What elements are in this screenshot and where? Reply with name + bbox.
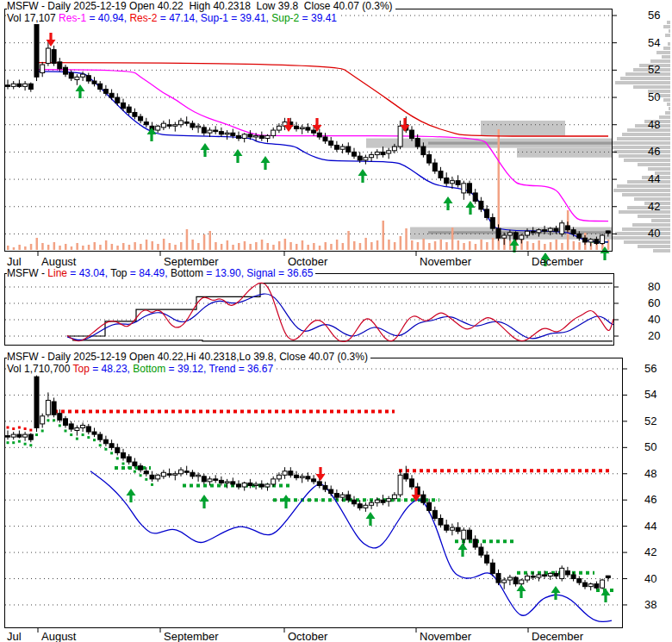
candle (526, 231, 530, 235)
volume-bar (65, 244, 67, 250)
candle (439, 171, 443, 178)
candle (254, 135, 258, 137)
low-marker-dot (87, 436, 90, 439)
candle-lower (237, 484, 241, 487)
candle-lower (150, 475, 154, 479)
volume-bar (13, 247, 16, 250)
top-step-line (67, 284, 613, 336)
charts-canvas[interactable] (0, 0, 672, 642)
candle (468, 184, 472, 193)
volume-profile-bar (615, 81, 670, 84)
title-segment: Top (110, 267, 127, 279)
volume-bar (607, 240, 610, 250)
volume-bar (146, 240, 148, 250)
volume-profile-bar (651, 219, 670, 222)
candle (306, 128, 310, 130)
volume-bar (169, 243, 171, 250)
candle-lower (69, 424, 73, 429)
candle (23, 84, 28, 86)
volume-bar (469, 241, 471, 250)
candle (531, 231, 535, 233)
candle (300, 128, 304, 129)
candle (133, 112, 137, 116)
volume-profile-bar (614, 150, 670, 153)
volume-profile-bar (667, 103, 670, 106)
candle (502, 235, 507, 238)
candle (259, 135, 264, 138)
month-label: October (288, 255, 327, 268)
low-marker-dot (59, 424, 61, 427)
candle (410, 130, 414, 139)
candle-lower (317, 482, 321, 486)
candle-lower (387, 499, 391, 502)
title-segment: Res-1 (59, 12, 86, 24)
candle-lower (242, 483, 246, 487)
volume-bar (307, 245, 309, 250)
buy-arrow-icon (551, 586, 561, 600)
candle-lower (370, 502, 374, 505)
volume-bar (41, 243, 44, 250)
y-axis-label: 80 (648, 280, 660, 293)
volume-profile-bar (615, 232, 670, 235)
high-marker-dot (18, 427, 21, 429)
candle (190, 123, 195, 128)
y-axis-label: 42 (644, 545, 656, 558)
candle (58, 62, 62, 69)
sell-arrow-icon (316, 467, 326, 481)
candle-lower (502, 580, 507, 583)
candle (507, 233, 512, 235)
candle (421, 146, 426, 155)
candle (340, 146, 345, 149)
buy-arrow-icon (366, 512, 376, 526)
y-axis-label: 20 (648, 329, 660, 342)
candle-lower (52, 402, 56, 414)
candle-lower (40, 416, 45, 424)
volume-bar (24, 246, 27, 250)
volume-profile-bar (638, 215, 670, 218)
candle-lower (161, 472, 165, 477)
volume-bar (284, 239, 287, 250)
candle-lower (375, 500, 379, 502)
candle (92, 81, 96, 84)
candle-lower (289, 471, 293, 476)
title-segment: = 47.14, (157, 12, 200, 24)
month-label: October (288, 630, 327, 642)
y-axis-label: 44 (648, 172, 660, 185)
candle-lower (173, 474, 177, 476)
candle-lower (28, 434, 33, 439)
volume-bar (47, 245, 50, 250)
candle-lower (98, 434, 103, 439)
volume-bar (480, 240, 482, 250)
candle (323, 137, 327, 141)
candle (109, 93, 114, 97)
volume-bar (296, 244, 298, 250)
candle-lower (231, 482, 235, 484)
panel3-indicator-values: Vol 1,710,700 Top = 48.23, Bottom = 39.1… (7, 364, 276, 375)
candle (6, 85, 10, 87)
candle (554, 228, 558, 231)
candle-lower (571, 575, 576, 579)
panel3-title: MSFW - Daily 2025-12-19 Open 40.22,Hi 40… (7, 352, 370, 363)
candle (214, 130, 218, 132)
volume-profile-bar (665, 34, 670, 37)
candle-lower (381, 500, 385, 502)
volume-bar (238, 243, 240, 250)
volume-profile-bar (613, 189, 670, 192)
low-marker-dot (93, 439, 96, 441)
volume-bar (330, 244, 333, 250)
volume-profile-bar (620, 77, 670, 80)
volume-profile-bar (665, 111, 670, 115)
title-segment: Sup-1 (201, 12, 228, 24)
candle (600, 235, 605, 244)
candle (265, 135, 270, 138)
candle-lower (121, 452, 126, 458)
candle (17, 84, 22, 86)
volume-profile-bar (659, 115, 670, 119)
volume-bar (261, 240, 264, 250)
y-axis-label: 46 (644, 493, 656, 506)
candle-lower (427, 502, 432, 510)
title-segment: Vol 1,710,700 (7, 363, 73, 375)
candle-lower (594, 584, 599, 589)
volume-bar (532, 243, 535, 250)
volume-bar (428, 243, 431, 250)
